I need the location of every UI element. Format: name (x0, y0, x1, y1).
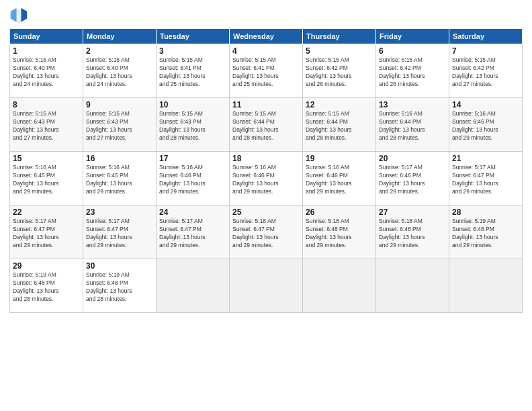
calendar-cell: 22Sunrise: 5:17 AM Sunset: 6:47 PM Dayli… (10, 205, 83, 259)
day-info: Sunrise: 5:15 AM Sunset: 6:43 PM Dayligh… (86, 110, 153, 142)
calendar-cell: 17Sunrise: 5:16 AM Sunset: 6:46 PM Dayli… (157, 152, 230, 205)
calendar-cell: 11Sunrise: 5:15 AM Sunset: 6:44 PM Dayli… (230, 98, 303, 152)
calendar-cell: 20Sunrise: 5:17 AM Sunset: 6:46 PM Dayli… (376, 152, 449, 205)
calendar-week-row-1: 1Sunrise: 5:16 AM Sunset: 6:40 PM Daylig… (10, 44, 523, 98)
weekday-header-monday: Monday (83, 29, 157, 44)
day-info: Sunrise: 5:16 AM Sunset: 6:45 PM Dayligh… (452, 110, 519, 142)
day-number: 30 (86, 261, 153, 271)
calendar-cell: 26Sunrise: 5:18 AM Sunset: 6:48 PM Dayli… (303, 205, 376, 259)
day-info: Sunrise: 5:19 AM Sunset: 6:48 PM Dayligh… (452, 218, 519, 250)
day-number: 19 (306, 154, 373, 163)
day-info: Sunrise: 5:16 AM Sunset: 6:46 PM Dayligh… (232, 164, 300, 196)
calendar-cell: 14Sunrise: 5:16 AM Sunset: 6:45 PM Dayli… (449, 98, 523, 152)
calendar-cell: 28Sunrise: 5:19 AM Sunset: 6:48 PM Dayli… (449, 205, 523, 259)
weekday-header-row: SundayMondayTuesdayWednesdayThursdayFrid… (10, 29, 523, 44)
day-info: Sunrise: 5:15 AM Sunset: 6:44 PM Dayligh… (232, 110, 300, 142)
day-number: 10 (159, 100, 226, 109)
calendar-week-row-2: 8Sunrise: 5:15 AM Sunset: 6:43 PM Daylig… (10, 98, 523, 152)
day-info: Sunrise: 5:16 AM Sunset: 6:46 PM Dayligh… (159, 164, 226, 196)
day-number: 3 (159, 46, 226, 56)
calendar-cell: 2Sunrise: 5:15 AM Sunset: 6:40 PM Daylig… (83, 44, 157, 98)
calendar-cell: 24Sunrise: 5:17 AM Sunset: 6:47 PM Dayli… (157, 205, 230, 259)
weekday-header-sunday: Sunday (10, 29, 83, 44)
day-number: 26 (306, 208, 373, 217)
calendar-cell: 7Sunrise: 5:15 AM Sunset: 6:42 PM Daylig… (449, 44, 523, 98)
day-number: 13 (379, 100, 446, 109)
calendar-week-row-3: 15Sunrise: 5:16 AM Sunset: 6:45 PM Dayli… (10, 152, 523, 205)
calendar-cell: 30Sunrise: 5:19 AM Sunset: 6:48 PM Dayli… (83, 259, 157, 313)
day-info: Sunrise: 5:16 AM Sunset: 6:46 PM Dayligh… (306, 164, 373, 196)
calendar-cell: 8Sunrise: 5:15 AM Sunset: 6:43 PM Daylig… (10, 98, 83, 152)
day-info: Sunrise: 5:19 AM Sunset: 6:48 PM Dayligh… (13, 271, 80, 304)
day-info: Sunrise: 5:15 AM Sunset: 6:42 PM Dayligh… (452, 56, 519, 89)
logo (9, 7, 31, 26)
day-info: Sunrise: 5:16 AM Sunset: 6:44 PM Dayligh… (379, 110, 446, 142)
calendar-cell (157, 259, 230, 313)
weekday-header-friday: Friday (376, 29, 449, 44)
day-info: Sunrise: 5:18 AM Sunset: 6:47 PM Dayligh… (232, 218, 300, 250)
day-number: 6 (379, 46, 446, 56)
day-info: Sunrise: 5:16 AM Sunset: 6:40 PM Dayligh… (13, 56, 80, 89)
calendar-cell: 18Sunrise: 5:16 AM Sunset: 6:46 PM Dayli… (230, 152, 303, 205)
day-info: Sunrise: 5:17 AM Sunset: 6:47 PM Dayligh… (159, 218, 226, 250)
weekday-header-wednesday: Wednesday (230, 29, 303, 44)
day-number: 21 (452, 154, 519, 163)
day-number: 7 (452, 46, 519, 56)
day-number: 18 (232, 154, 300, 163)
calendar-cell: 21Sunrise: 5:17 AM Sunset: 6:47 PM Dayli… (449, 152, 523, 205)
day-info: Sunrise: 5:16 AM Sunset: 6:45 PM Dayligh… (86, 164, 153, 196)
day-number: 5 (306, 46, 373, 56)
day-number: 25 (232, 208, 300, 217)
day-number: 12 (306, 100, 373, 109)
day-info: Sunrise: 5:15 AM Sunset: 6:44 PM Dayligh… (306, 110, 373, 142)
day-number: 23 (86, 208, 153, 217)
svg-marker-2 (11, 8, 17, 22)
calendar-cell (230, 259, 303, 313)
calendar-cell: 9Sunrise: 5:15 AM Sunset: 6:43 PM Daylig… (83, 98, 157, 152)
day-info: Sunrise: 5:15 AM Sunset: 6:43 PM Dayligh… (13, 110, 80, 142)
day-info: Sunrise: 5:15 AM Sunset: 6:41 PM Dayligh… (159, 56, 226, 89)
day-info: Sunrise: 5:17 AM Sunset: 6:47 PM Dayligh… (86, 218, 153, 250)
day-info: Sunrise: 5:16 AM Sunset: 6:45 PM Dayligh… (13, 164, 80, 196)
calendar-cell: 1Sunrise: 5:16 AM Sunset: 6:40 PM Daylig… (10, 44, 83, 98)
calendar-cell (303, 259, 376, 313)
day-number: 16 (86, 154, 153, 163)
day-info: Sunrise: 5:15 AM Sunset: 6:43 PM Dayligh… (159, 110, 226, 142)
weekday-header-tuesday: Tuesday (157, 29, 230, 44)
calendar-cell: 13Sunrise: 5:16 AM Sunset: 6:44 PM Dayli… (376, 98, 449, 152)
day-info: Sunrise: 5:17 AM Sunset: 6:47 PM Dayligh… (13, 218, 80, 250)
calendar-page: SundayMondayTuesdayWednesdayThursdayFrid… (0, 0, 532, 411)
calendar-cell: 6Sunrise: 5:15 AM Sunset: 6:42 PM Daylig… (376, 44, 449, 98)
day-info: Sunrise: 5:15 AM Sunset: 6:40 PM Dayligh… (86, 56, 153, 89)
calendar-cell: 25Sunrise: 5:18 AM Sunset: 6:47 PM Dayli… (230, 205, 303, 259)
day-info: Sunrise: 5:19 AM Sunset: 6:48 PM Dayligh… (86, 271, 153, 304)
day-number: 27 (379, 208, 446, 217)
calendar-cell: 12Sunrise: 5:15 AM Sunset: 6:44 PM Dayli… (303, 98, 376, 152)
logo-icon (9, 7, 28, 26)
calendar-cell: 10Sunrise: 5:15 AM Sunset: 6:43 PM Dayli… (157, 98, 230, 152)
day-number: 4 (232, 46, 300, 56)
calendar-week-row-4: 22Sunrise: 5:17 AM Sunset: 6:47 PM Dayli… (10, 205, 523, 259)
calendar-cell: 3Sunrise: 5:15 AM Sunset: 6:41 PM Daylig… (157, 44, 230, 98)
day-info: Sunrise: 5:17 AM Sunset: 6:47 PM Dayligh… (452, 164, 519, 196)
calendar-cell: 15Sunrise: 5:16 AM Sunset: 6:45 PM Dayli… (10, 152, 83, 205)
day-number: 24 (159, 208, 226, 217)
calendar-cell: 29Sunrise: 5:19 AM Sunset: 6:48 PM Dayli… (10, 259, 83, 313)
calendar-cell (449, 259, 523, 313)
day-number: 14 (452, 100, 519, 109)
calendar-cell: 27Sunrise: 5:18 AM Sunset: 6:48 PM Dayli… (376, 205, 449, 259)
day-info: Sunrise: 5:18 AM Sunset: 6:48 PM Dayligh… (306, 218, 373, 250)
calendar-cell (376, 259, 449, 313)
day-info: Sunrise: 5:15 AM Sunset: 6:42 PM Dayligh… (379, 56, 446, 89)
day-info: Sunrise: 5:18 AM Sunset: 6:48 PM Dayligh… (379, 218, 446, 250)
day-number: 15 (13, 154, 80, 163)
calendar-cell: 5Sunrise: 5:15 AM Sunset: 6:42 PM Daylig… (303, 44, 376, 98)
day-number: 2 (86, 46, 153, 56)
day-number: 28 (452, 208, 519, 217)
day-number: 8 (13, 100, 80, 109)
day-number: 1 (13, 46, 80, 56)
day-info: Sunrise: 5:17 AM Sunset: 6:46 PM Dayligh… (379, 164, 446, 196)
day-number: 20 (379, 154, 446, 163)
day-number: 29 (13, 261, 80, 271)
header (9, 7, 523, 26)
